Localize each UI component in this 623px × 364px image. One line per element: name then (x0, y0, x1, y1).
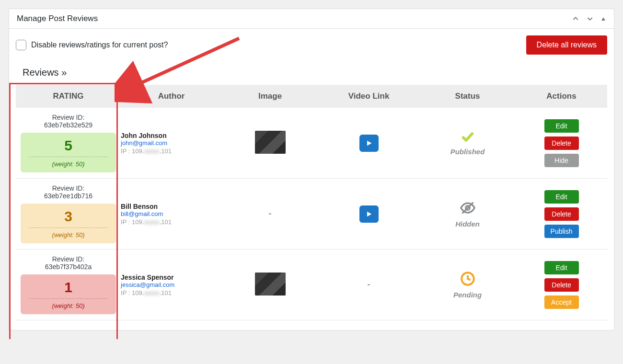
review-id-value: 63eb7ee1db716 (20, 192, 117, 200)
author-cell: Bill Bensonbill@gmail.comIP : 109.xxxxx.… (121, 179, 222, 250)
table-row: Review ID:63eb7eb32e5295(weight: 50)John… (16, 108, 607, 179)
author-ip: IP : 109.xxxxx.101 (121, 148, 218, 155)
delete-button[interactable]: Delete (544, 278, 579, 292)
rating-weight: (weight: 50) (52, 302, 85, 309)
col-header-actions: Actions (516, 85, 607, 108)
author-email[interactable]: john@gmail.com (121, 139, 218, 147)
panel-body: Disable reviews/ratings for current post… (9, 29, 614, 330)
table-row: Review ID:63eb7ee1db7163(weight: 50)Bill… (16, 179, 607, 250)
review-id-label: Review ID: (20, 114, 117, 121)
author-name: Bill Benson (121, 203, 218, 210)
reviews-table: RATING Author Image Video Link Status Ac… (16, 85, 607, 320)
review-id-value: 63eb7f37b402a (20, 263, 117, 271)
col-header-rating: RATING (16, 85, 121, 108)
edit-button[interactable]: Edit (544, 119, 579, 133)
actions-cell: EditDeleteAccept (516, 250, 607, 320)
col-header-author: Author (121, 85, 222, 108)
rating-cell: Review ID:63eb7ee1db7163(weight: 50) (16, 179, 121, 250)
author-email[interactable]: bill@gmail.com (121, 210, 218, 217)
rating-value: 5 (23, 137, 113, 154)
panel-controls (572, 15, 606, 23)
rating-weight: (weight: 50) (52, 160, 85, 168)
actions-cell: EditDeleteHide (516, 108, 607, 179)
author-cell: John Johnsonjohn@gmail.comIP : 109.xxxxx… (121, 108, 222, 179)
review-id-label: Review ID: (20, 184, 117, 192)
col-header-video: Video Link (318, 85, 419, 108)
rating-value: 3 (23, 208, 113, 225)
col-header-status: Status (419, 85, 516, 108)
video-cell (318, 179, 419, 250)
rating-value: 1 (23, 279, 113, 296)
status-cell: Hidden (419, 179, 516, 250)
rating-cell: Review ID:63eb7f37b402a1(weight: 50) (16, 250, 121, 320)
svg-marker-1 (367, 140, 371, 146)
author-name: John Johnson (121, 132, 218, 139)
image-cell (222, 250, 318, 320)
review-image-thumb[interactable] (255, 273, 286, 296)
play-icon[interactable] (359, 205, 379, 223)
image-cell: - (222, 179, 318, 250)
status-label: Hidden (423, 220, 512, 228)
top-row: Disable reviews/ratings for current post… (16, 35, 607, 55)
svg-marker-2 (367, 211, 371, 216)
author-name: Jessica Spensor (121, 273, 218, 281)
rating-box: 3(weight: 50) (21, 204, 116, 243)
table-row: Review ID:63eb7f37b402a1(weight: 50)Jess… (16, 250, 607, 320)
hide-button[interactable]: Hide (544, 154, 579, 167)
play-icon[interactable] (359, 135, 379, 152)
rating-cell: Review ID:63eb7eb32e5295(weight: 50) (16, 108, 121, 179)
status-label: Pending (423, 291, 512, 299)
panel-up-icon[interactable] (572, 15, 579, 23)
reviews-heading: Reviews » (23, 67, 607, 78)
author-email[interactable]: jessica@gmail.com (121, 281, 218, 288)
status-cell: Pending (419, 250, 516, 320)
author-ip: IP : 109.xxxxx.101 (121, 218, 218, 226)
video-cell (318, 108, 419, 179)
rating-box: 1(weight: 50) (21, 274, 116, 314)
edit-button[interactable]: Edit (544, 190, 579, 204)
delete-all-button[interactable]: Delete all reviews (526, 35, 607, 55)
no-image: - (269, 209, 272, 218)
status-cell: Published (419, 108, 516, 179)
svg-marker-0 (601, 17, 605, 21)
delete-button[interactable]: Delete (544, 207, 579, 221)
edit-button[interactable]: Edit (544, 261, 579, 274)
status-label: Published (423, 148, 512, 156)
publish-button[interactable]: Publish (544, 225, 579, 238)
panel-collapse-icon[interactable] (600, 16, 606, 22)
col-header-image: Image (222, 85, 318, 108)
rating-box: 5(weight: 50) (21, 133, 116, 172)
panel-title: Manage Post Reviews (17, 14, 98, 23)
delete-button[interactable]: Delete (544, 136, 579, 150)
panel-down-icon[interactable] (586, 15, 594, 23)
panel-header: Manage Post Reviews (9, 9, 614, 29)
review-image-thumb[interactable] (255, 131, 286, 154)
image-cell (222, 108, 318, 179)
author-ip: IP : 109.xxxxx.101 (121, 289, 218, 296)
author-cell: Jessica Spensorjessica@gmail.comIP : 109… (121, 250, 222, 320)
review-id-value: 63eb7eb32e529 (20, 121, 117, 129)
actions-cell: EditDeletePublish (516, 179, 607, 250)
disable-reviews-label: Disable reviews/ratings for current post… (31, 41, 168, 49)
rating-weight: (weight: 50) (52, 231, 85, 239)
review-id-label: Review ID: (20, 255, 117, 263)
disable-reviews-control: Disable reviews/ratings for current post… (16, 40, 168, 50)
accept-button[interactable]: Accept (544, 296, 579, 309)
video-cell: - (318, 250, 419, 320)
no-video: - (368, 280, 370, 289)
disable-reviews-checkbox[interactable] (16, 40, 26, 50)
manage-reviews-panel: Manage Post Reviews Disable reviews/rati… (9, 9, 614, 330)
